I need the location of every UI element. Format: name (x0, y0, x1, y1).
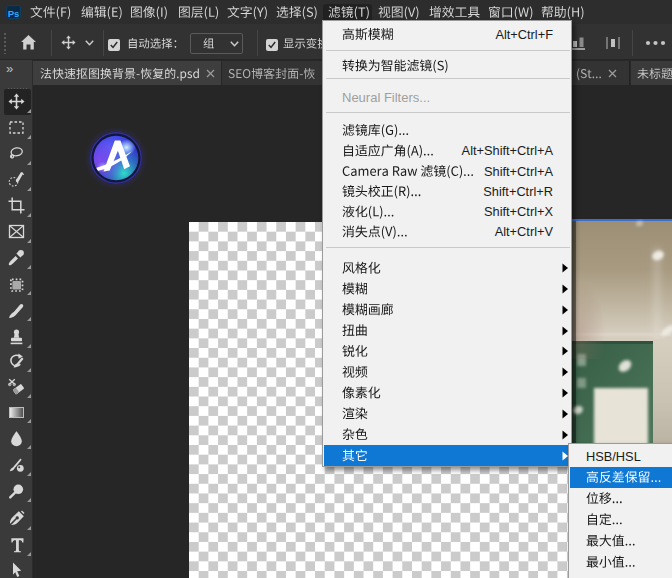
svg-text:Shift+Ctrl+A: Shift+Ctrl+A (484, 163, 553, 178)
svg-text:Shift+Ctrl+R: Shift+Ctrl+R (483, 184, 553, 199)
svg-text:Neural Filters...: Neural Filters... (342, 90, 430, 105)
svg-text:Shift+Ctrl+X: Shift+Ctrl+X (484, 204, 553, 219)
svg-text:Alt+Ctrl+F: Alt+Ctrl+F (495, 26, 553, 41)
svg-text:Alt+Shift+Ctrl+A: Alt+Shift+Ctrl+A (462, 143, 554, 158)
svg-text:HSB/HSL: HSB/HSL (586, 449, 641, 464)
svg-text:Alt+Ctrl+V: Alt+Ctrl+V (495, 224, 554, 239)
